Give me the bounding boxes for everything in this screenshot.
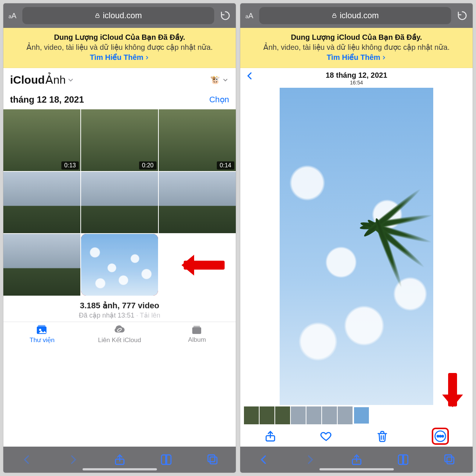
address-domain: icloud.com [103,11,142,20]
svg-rect-0 [96,15,99,17]
video-duration-badge: 0:14 [217,161,234,170]
detail-time: 16:54 [240,80,473,86]
chevron-down-icon [222,76,229,84]
photo-thumbnail-highlighted[interactable] [81,234,158,296]
chevron-right-icon [144,55,149,60]
banner-learn-more-link[interactable]: Tìm Hiểu Thêm [327,52,386,62]
section-header: tháng 12 18, 2021 Chọn [3,89,236,109]
phone-right: aA icloud.com Dung Lượng iCloud Của Bạn … [240,3,473,473]
detail-date: 18 tháng 12, 2021 [240,71,473,80]
updated-label: Đã cập nhật 13:51 [79,312,134,319]
upload-label: Tải lên [134,312,160,319]
lock-icon [331,13,337,19]
storage-full-banner: Dung Lượng iCloud Của Bạn Đã Đầy. Ảnh, v… [240,28,473,68]
safari-toolbar [3,447,236,473]
svg-point-13 [437,435,439,437]
svg-point-15 [442,435,444,437]
palm-tree-illustration [335,135,433,357]
cloud-link-icon [113,324,126,335]
photo-thumbnail[interactable]: 0:20 [81,109,158,171]
tab-album[interactable]: Album [158,324,236,344]
back-button[interactable] [245,70,254,83]
svg-rect-2 [38,325,45,327]
svg-point-3 [39,329,41,331]
avatar: 🐮 [210,75,220,85]
home-indicator [319,468,394,470]
filmstrip[interactable] [240,405,473,426]
banner-learn-more-link[interactable]: Tìm Hiểu Thêm [90,52,149,62]
favorite-button[interactable] [320,430,332,443]
address-pill[interactable]: icloud.com [259,7,451,24]
filmstrip-thumb[interactable] [260,406,274,424]
video-duration-badge: 0:20 [139,161,157,170]
photo-thumbnail[interactable]: 0:14 [159,109,236,171]
filmstrip-thumb[interactable] [306,406,321,424]
browser-share-button[interactable] [113,453,126,466]
browser-forward-button[interactable] [304,453,316,466]
browser-bookmarks-button[interactable] [160,453,173,466]
photo-thumbnail[interactable] [81,172,158,234]
photo-thumbnail[interactable] [159,172,236,234]
share-button[interactable] [264,430,277,443]
photo-thumbnail[interactable] [3,172,80,234]
svg-rect-6 [193,326,200,327]
chevron-down-icon [67,76,75,84]
chevron-right-icon [381,55,386,60]
album-icon [191,324,203,335]
library-header: iCloud Ảnh 🐮 [3,68,236,89]
svg-rect-10 [333,15,336,17]
browser-bookmarks-button[interactable] [397,453,409,466]
filmstrip-thumb[interactable] [291,406,306,424]
annotation-arrow-left [184,261,225,270]
reader-aa-button[interactable]: aA [245,12,253,20]
phone-left: aA icloud.com Dung Lượng iCloud Của Bạn … [3,3,236,473]
browser-back-button[interactable] [257,453,270,466]
reload-button[interactable] [220,10,231,21]
filmstrip-thumb[interactable] [338,406,353,424]
svg-point-14 [440,435,441,437]
account-menu[interactable]: 🐮 [210,75,229,85]
tab-library[interactable]: Thư viện [3,324,81,344]
more-button[interactable] [432,428,449,445]
safari-toolbar [240,447,473,473]
photo-thumbnail[interactable]: 0:13 [3,109,80,171]
photo-thumbnail[interactable] [3,234,80,296]
detail-header: 18 tháng 12, 2021 16:54 [240,68,473,88]
storage-full-banner: Dung Lượng iCloud Của Bạn Đã Đầy. Ảnh, v… [3,28,236,68]
counts-line: 3.185 ảnh, 777 video [6,301,233,311]
svg-rect-17 [447,457,453,464]
delete-button[interactable] [376,430,389,443]
section-date: tháng 12 18, 2021 [10,94,84,105]
browser-forward-button[interactable] [67,453,80,466]
reload-button[interactable] [457,10,467,21]
tab-icloud-links[interactable]: Liên Kết iCloud [81,324,158,344]
address-pill[interactable]: icloud.com [22,7,214,24]
browser-share-button[interactable] [350,453,363,466]
photo-actions [240,426,473,447]
svg-rect-5 [192,327,201,334]
svg-rect-8 [210,457,216,464]
browser-back-button[interactable] [20,453,33,466]
browser-tabs-button[interactable] [443,453,456,466]
filmstrip-thumb[interactable] [275,406,290,424]
filmstrip-thumb[interactable] [244,406,259,424]
safari-url-bar: aA icloud.com [240,3,473,28]
banner-title: Dung Lượng iCloud Của Bạn Đã Đầy. [291,33,422,41]
filmstrip-thumb[interactable] [322,406,337,424]
lock-icon [94,13,100,19]
browser-tabs-button[interactable] [206,453,219,466]
library-counts: 3.185 ảnh, 777 video Đã cập nhật 13:51Tả… [3,296,236,322]
banner-sub: Ảnh, video, tài liệu và dữ liệu không đư… [263,43,450,51]
photo-view[interactable] [240,88,473,405]
banner-sub: Ảnh, video, tài liệu và dữ liệu không đư… [26,43,213,51]
reader-aa-button[interactable]: aA [9,12,16,20]
video-duration-badge: 0:13 [61,161,79,170]
filmstrip-thumb-current[interactable] [353,406,370,424]
svg-rect-9 [208,455,215,461]
annotation-arrow-down [448,373,457,406]
library-icon [36,324,48,335]
svg-rect-18 [445,455,451,461]
select-button[interactable]: Chọn [209,95,229,104]
library-title-dropdown[interactable]: iCloud Ảnh [10,73,75,86]
banner-title: Dung Lượng iCloud Của Bạn Đã Đầy. [54,33,185,41]
